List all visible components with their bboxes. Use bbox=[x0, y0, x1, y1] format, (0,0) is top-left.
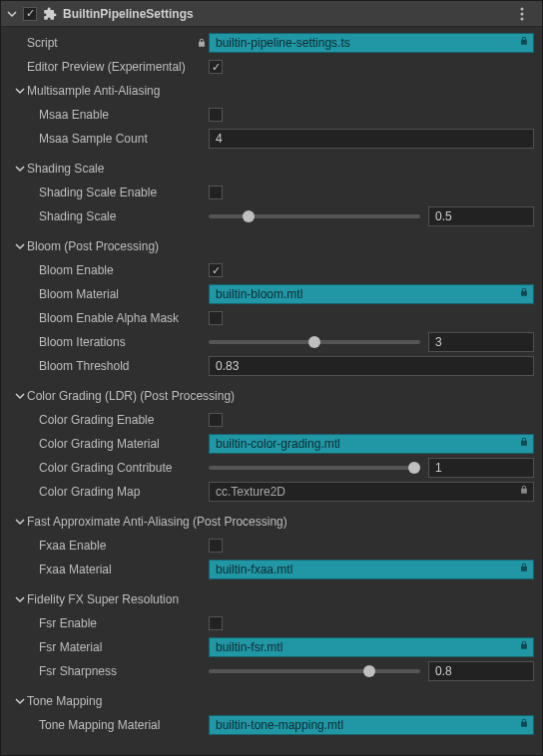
shading-scale-section-label[interactable]: Shading Scale bbox=[27, 162, 104, 176]
fxaa-enable-checkbox[interactable] bbox=[209, 539, 223, 553]
bloom-material-value: builtin-bloom.mtl bbox=[216, 287, 302, 301]
color-grading-map-label: Color Grading Map bbox=[39, 485, 140, 499]
fsr-material-value: builtin-fsr.mtl bbox=[216, 640, 282, 654]
editor-preview-checkbox[interactable] bbox=[209, 60, 223, 74]
bloom-enable-checkbox[interactable] bbox=[209, 263, 223, 277]
lock-icon bbox=[519, 563, 529, 572]
color-grading-contribute-value-field[interactable]: 1 bbox=[428, 458, 534, 478]
bloom-iterations-slider[interactable]: 3 bbox=[209, 332, 534, 352]
fxaa-section-label[interactable]: Fast Approximate Anti-Aliasing (Post Pro… bbox=[27, 515, 287, 529]
component-menu-icon[interactable] bbox=[520, 7, 536, 21]
slider-knob[interactable] bbox=[243, 210, 255, 222]
color-grading-map-value: cc.Texture2D bbox=[216, 485, 285, 499]
fsr-enable-label: Fsr Enable bbox=[39, 616, 97, 630]
component-body: Script builtin-pipeline-settings.ts Ed bbox=[1, 27, 542, 747]
tone-mapping-material-field[interactable]: builtin-tone-mapping.mtl bbox=[209, 715, 534, 735]
tone-mapping-material-value: builtin-tone-mapping.mtl bbox=[216, 718, 343, 732]
bloom-section-label[interactable]: Bloom (Post Processing) bbox=[27, 239, 159, 253]
bloom-iterations-value-field[interactable]: 3 bbox=[428, 332, 534, 352]
shading-scale-enable-checkbox[interactable] bbox=[209, 186, 223, 199]
bloom-material-field[interactable]: builtin-bloom.mtl bbox=[209, 284, 534, 304]
fxaa-material-field[interactable]: builtin-fxaa.mtl bbox=[209, 560, 534, 579]
chevron-down-icon[interactable] bbox=[15, 164, 27, 174]
color-grading-contribute-slider[interactable]: 1 bbox=[209, 458, 534, 478]
tone-mapping-section-label[interactable]: Tone Mapping bbox=[27, 694, 102, 708]
shading-scale-slider[interactable]: 0.5 bbox=[209, 206, 534, 226]
fsr-sharpness-value: 0.8 bbox=[435, 664, 452, 678]
msaa-count-field[interactable]: 4 bbox=[209, 129, 534, 149]
script-asset-field[interactable]: builtin-pipeline-settings.ts bbox=[209, 33, 534, 53]
fsr-enable-checkbox[interactable] bbox=[209, 616, 223, 630]
component-puzzle-icon bbox=[43, 7, 57, 21]
msaa-count-label: Msaa Sample Count bbox=[39, 132, 148, 146]
lock-icon bbox=[519, 287, 529, 297]
msaa-count-value: 4 bbox=[216, 132, 223, 146]
slider-knob[interactable] bbox=[363, 665, 375, 677]
bloom-material-label: Bloom Material bbox=[39, 287, 119, 301]
msaa-section-label[interactable]: Multisample Anti-Aliasing bbox=[27, 84, 160, 98]
shading-scale-value-field[interactable]: 0.5 bbox=[428, 206, 534, 226]
fxaa-material-label: Fxaa Material bbox=[39, 563, 112, 576]
bloom-iterations-label: Bloom Iterations bbox=[39, 335, 126, 349]
shading-scale-label: Shading Scale bbox=[39, 209, 116, 223]
color-grading-material-value: builtin-color-grading.mtl bbox=[216, 437, 340, 451]
lock-icon bbox=[519, 36, 529, 46]
svg-point-0 bbox=[521, 7, 524, 10]
color-grading-section-label[interactable]: Color Grading (LDR) (Post Processing) bbox=[27, 389, 235, 403]
bloom-threshold-field[interactable]: 0.83 bbox=[209, 356, 534, 376]
fsr-material-field[interactable]: builtin-fsr.mtl bbox=[209, 637, 534, 657]
color-grading-map-field[interactable]: cc.Texture2D bbox=[209, 482, 534, 502]
bloom-threshold-value: 0.83 bbox=[216, 359, 239, 373]
chevron-down-icon[interactable] bbox=[15, 517, 27, 527]
fsr-sharpness-label: Fsr Sharpness bbox=[39, 664, 117, 678]
lock-icon bbox=[519, 485, 529, 495]
msaa-enable-checkbox[interactable] bbox=[209, 108, 223, 122]
component-enable-checkbox[interactable] bbox=[23, 7, 37, 21]
chevron-down-icon[interactable] bbox=[15, 391, 27, 401]
script-asset-value: builtin-pipeline-settings.ts bbox=[216, 36, 350, 50]
inspector-panel: BuiltinPipelineSettings Script builtin-p… bbox=[0, 0, 543, 756]
lock-icon bbox=[519, 437, 529, 447]
bloom-alpha-mask-label: Bloom Enable Alpha Mask bbox=[39, 311, 179, 325]
lock-icon bbox=[519, 640, 529, 650]
fsr-section-label[interactable]: Fidelity FX Super Resolution bbox=[27, 592, 179, 606]
chevron-down-icon[interactable] bbox=[15, 696, 27, 706]
bloom-threshold-label: Bloom Threshold bbox=[39, 359, 130, 373]
script-lock-icon bbox=[195, 36, 209, 50]
bloom-alpha-mask-checkbox[interactable] bbox=[209, 311, 223, 325]
fsr-material-label: Fsr Material bbox=[39, 640, 102, 654]
slider-knob[interactable] bbox=[308, 336, 320, 348]
fxaa-material-value: builtin-fxaa.mtl bbox=[216, 563, 292, 576]
chevron-down-icon[interactable] bbox=[15, 86, 27, 96]
fxaa-enable-label: Fxaa Enable bbox=[39, 539, 106, 553]
color-grading-material-field[interactable]: builtin-color-grading.mtl bbox=[209, 434, 534, 454]
color-grading-enable-label: Color Grading Enable bbox=[39, 413, 154, 427]
collapse-chevron-icon[interactable] bbox=[7, 9, 21, 19]
bloom-enable-label: Bloom Enable bbox=[39, 263, 114, 277]
color-grading-contribute-value: 1 bbox=[435, 461, 442, 475]
shading-scale-enable-label: Shading Scale Enable bbox=[39, 186, 157, 199]
fsr-sharpness-slider[interactable]: 0.8 bbox=[209, 661, 534, 681]
component-title: BuiltinPipelineSettings bbox=[63, 7, 520, 21]
script-label: Script bbox=[27, 36, 58, 50]
color-grading-material-label: Color Grading Material bbox=[39, 437, 160, 451]
slider-knob[interactable] bbox=[408, 462, 420, 474]
shading-scale-value: 0.5 bbox=[435, 209, 452, 223]
editor-preview-label: Editor Preview (Experimental) bbox=[27, 60, 186, 74]
chevron-down-icon[interactable] bbox=[15, 241, 27, 251]
color-grading-contribute-label: Color Grading Contribute bbox=[39, 461, 172, 475]
svg-point-2 bbox=[521, 17, 524, 20]
bloom-iterations-value: 3 bbox=[435, 335, 442, 349]
fsr-sharpness-value-field[interactable]: 0.8 bbox=[428, 661, 534, 681]
tone-mapping-material-label: Tone Mapping Material bbox=[39, 718, 160, 732]
lock-icon bbox=[519, 718, 529, 728]
svg-point-1 bbox=[521, 12, 524, 15]
component-header[interactable]: BuiltinPipelineSettings bbox=[1, 1, 542, 27]
chevron-down-icon[interactable] bbox=[15, 594, 27, 604]
color-grading-enable-checkbox[interactable] bbox=[209, 413, 223, 427]
msaa-enable-label: Msaa Enable bbox=[39, 108, 109, 122]
